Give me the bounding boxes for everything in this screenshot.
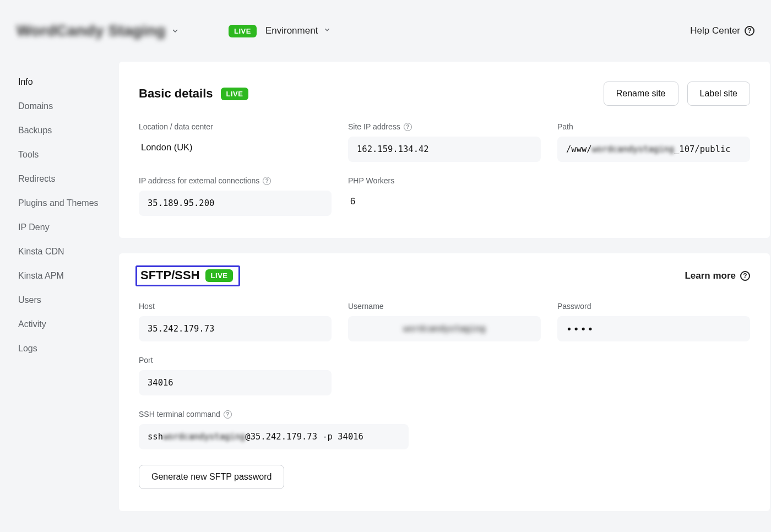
basic-details-title: Basic details bbox=[139, 86, 213, 101]
field-label: SSH terminal command ? bbox=[139, 410, 750, 419]
topbar: WordCandy Staging LIVE Environment Help … bbox=[0, 0, 771, 62]
label-site-button[interactable]: Label site bbox=[687, 82, 751, 106]
sidebar-item-label: Backups bbox=[18, 126, 52, 135]
field-label: Site IP address ? bbox=[348, 122, 541, 131]
environment-selector[interactable]: Environment bbox=[265, 25, 331, 36]
path-blur: wordcandystaging bbox=[592, 144, 674, 154]
host-value[interactable]: 35.242.179.73 bbox=[139, 316, 332, 341]
sidebar-item-label: Info bbox=[18, 77, 33, 86]
sidebar-item-ip-deny[interactable]: IP Deny bbox=[0, 215, 119, 240]
username-value[interactable]: wordcandystaging bbox=[348, 316, 541, 341]
content-area: Basic details LIVE Rename site Label sit… bbox=[119, 62, 771, 532]
env-live-badge: LIVE bbox=[229, 25, 257, 37]
site-ip-label-text: Site IP address bbox=[348, 122, 400, 131]
sidebar-item-kinsta-cdn[interactable]: Kinsta CDN bbox=[0, 240, 119, 264]
sidebar-item-label: Logs bbox=[18, 344, 37, 353]
sidebar-item-label: Users bbox=[18, 295, 41, 305]
sidebar-item-kinsta-apm[interactable]: Kinsta APM bbox=[0, 264, 119, 288]
path-suffix: _107/public bbox=[674, 144, 731, 154]
info-icon[interactable]: ? bbox=[263, 177, 271, 185]
field-label: Location / data center bbox=[139, 122, 332, 131]
sftp-live-badge: LIVE bbox=[205, 269, 234, 282]
field-username: Username wordcandystaging bbox=[348, 302, 541, 341]
sidebar-item-label: Plugins and Themes bbox=[18, 198, 99, 208]
sidebar-item-users[interactable]: Users bbox=[0, 288, 119, 312]
path-value[interactable]: /www/wordcandystaging_107/public bbox=[557, 137, 750, 162]
sidebar-item-label: Tools bbox=[18, 150, 39, 159]
field-ssh-command: SSH terminal command ? ssh wordcandystag… bbox=[139, 410, 750, 449]
sidebar: Info Domains Backups Tools Redirects Plu… bbox=[0, 62, 119, 532]
sidebar-item-info[interactable]: Info bbox=[0, 70, 119, 94]
generate-sftp-password-button[interactable]: Generate new SFTP password bbox=[139, 465, 284, 489]
rename-site-button[interactable]: Rename site bbox=[604, 82, 678, 106]
sidebar-item-domains[interactable]: Domains bbox=[0, 94, 119, 118]
learn-more-link[interactable]: Learn more ? bbox=[685, 270, 750, 281]
php-workers-value: 6 bbox=[348, 191, 541, 212]
site-name: WordCandy Staging bbox=[17, 22, 165, 40]
field-path: Path /www/wordcandystaging_107/public bbox=[557, 122, 750, 162]
password-value[interactable]: •••• bbox=[557, 316, 750, 341]
field-label: Username bbox=[348, 302, 541, 311]
field-label: Port bbox=[139, 356, 332, 365]
ssh-command-value[interactable]: ssh wordcandystaging@35.242.179.73 -p 34… bbox=[139, 424, 409, 449]
sftp-ssh-card: SFTP/SSH LIVE Learn more ? Host 35.242.1… bbox=[119, 253, 770, 511]
basic-details-card: Basic details LIVE Rename site Label sit… bbox=[119, 62, 770, 238]
chevron-down-icon bbox=[323, 25, 331, 36]
ext-ip-label-text: IP address for external connections bbox=[139, 176, 259, 185]
learn-more-label: Learn more bbox=[685, 270, 736, 281]
sidebar-item-label: Redirects bbox=[18, 174, 56, 183]
field-label: PHP Workers bbox=[348, 176, 541, 185]
info-icon[interactable]: ? bbox=[224, 410, 232, 419]
field-host: Host 35.242.179.73 bbox=[139, 302, 332, 341]
location-value: London (UK) bbox=[139, 137, 332, 158]
chevron-down-icon bbox=[171, 26, 180, 35]
sidebar-item-activity[interactable]: Activity bbox=[0, 312, 119, 336]
sidebar-item-label: Domains bbox=[18, 101, 53, 111]
field-php-workers: PHP Workers 6 bbox=[348, 176, 541, 216]
sidebar-item-logs[interactable]: Logs bbox=[0, 336, 119, 361]
field-label: Path bbox=[557, 122, 750, 131]
ssh-suffix: @35.242.179.73 -p 34016 bbox=[245, 432, 363, 442]
sidebar-item-label: Kinsta APM bbox=[18, 271, 64, 280]
sidebar-item-label: Activity bbox=[18, 319, 46, 329]
ssh-prefix: ssh bbox=[148, 432, 163, 442]
path-prefix: /www/ bbox=[566, 144, 592, 154]
sidebar-item-label: Kinsta CDN bbox=[18, 247, 64, 256]
info-icon[interactable]: ? bbox=[404, 123, 412, 131]
field-location: Location / data center London (UK) bbox=[139, 122, 332, 162]
field-password: Password •••• bbox=[557, 302, 750, 341]
username-blur: wordcandystaging bbox=[403, 324, 485, 334]
sftp-title: SFTP/SSH bbox=[140, 268, 200, 283]
help-center-label: Help Center bbox=[690, 25, 740, 36]
sidebar-item-label: IP Deny bbox=[18, 222, 50, 232]
ssh-blur: wordcandystaging bbox=[163, 432, 245, 442]
ssh-label-text: SSH terminal command bbox=[139, 410, 220, 419]
basic-live-badge: LIVE bbox=[221, 88, 249, 100]
sidebar-item-redirects[interactable]: Redirects bbox=[0, 167, 119, 191]
external-ip-value[interactable]: 35.189.95.200 bbox=[139, 191, 332, 216]
sidebar-item-backups[interactable]: Backups bbox=[0, 118, 119, 143]
field-port: Port 34016 bbox=[139, 356, 332, 395]
field-label: IP address for external connections ? bbox=[139, 176, 332, 185]
site-selector[interactable]: WordCandy Staging bbox=[17, 22, 229, 40]
port-value[interactable]: 34016 bbox=[139, 370, 332, 395]
help-center-link[interactable]: Help Center ? bbox=[690, 25, 754, 36]
sidebar-item-tools[interactable]: Tools bbox=[0, 143, 119, 167]
field-site-ip: Site IP address ? 162.159.134.42 bbox=[348, 122, 541, 162]
help-icon: ? bbox=[745, 26, 754, 36]
field-label: Password bbox=[557, 302, 750, 311]
help-icon: ? bbox=[740, 271, 750, 281]
environment-label: Environment bbox=[265, 25, 318, 36]
field-label: Host bbox=[139, 302, 332, 311]
sidebar-item-plugins-themes[interactable]: Plugins and Themes bbox=[0, 191, 119, 215]
field-external-ip: IP address for external connections ? 35… bbox=[139, 176, 332, 216]
site-ip-value[interactable]: 162.159.134.42 bbox=[348, 137, 541, 162]
sftp-title-highlight: SFTP/SSH LIVE bbox=[135, 265, 240, 286]
